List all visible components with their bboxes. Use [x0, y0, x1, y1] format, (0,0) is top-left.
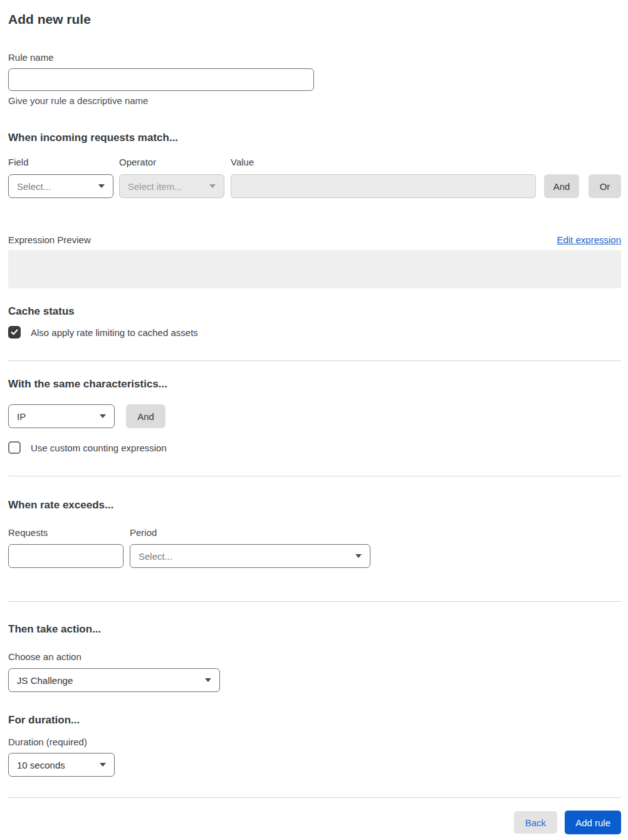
characteristics-heading: With the same characteristics... — [8, 378, 621, 391]
field-select-value: Select... — [17, 181, 51, 192]
chevron-down-icon — [209, 184, 216, 188]
cache-checkbox-row: Also apply rate limiting to cached asset… — [8, 326, 621, 339]
period-select[interactable]: Select... — [130, 544, 370, 568]
duration-select-value: 10 seconds — [17, 760, 65, 770]
custom-counting-checkbox[interactable] — [8, 441, 21, 454]
duration-label: Duration (required) — [8, 737, 621, 747]
match-condition-row: Field Select... Operator Select item... … — [8, 157, 621, 198]
characteristic-select-value: IP — [17, 411, 26, 422]
field-column: Field Select... — [8, 157, 113, 198]
action-heading: Then take action... — [8, 623, 621, 636]
counting-expression-row: Use custom counting expression — [8, 441, 621, 454]
field-label: Field — [8, 157, 113, 167]
page-title: Add new rule — [8, 12, 621, 27]
characteristics-and-button[interactable]: And — [126, 404, 165, 428]
chevron-down-icon — [355, 554, 362, 558]
rate-heading: When rate exceeds... — [8, 499, 621, 512]
match-section-heading: When incoming requests match... — [8, 132, 621, 144]
action-select-value: JS Challenge — [17, 675, 73, 686]
divider — [8, 601, 621, 602]
period-label: Period — [130, 528, 370, 538]
field-select[interactable]: Select... — [8, 174, 113, 198]
duration-select[interactable]: 10 seconds — [8, 753, 115, 777]
expression-preview-row: Expression Preview Edit expression — [8, 234, 621, 245]
choose-action-label: Choose an action — [8, 652, 621, 662]
duration-heading: For duration... — [8, 714, 621, 727]
rule-name-help: Give your rule a descriptive name — [8, 95, 621, 106]
rule-name-label: Rule name — [8, 53, 621, 63]
chevron-down-icon — [100, 414, 106, 418]
chevron-down-icon — [205, 678, 211, 682]
form-footer: Back Add rule — [8, 811, 621, 834]
add-rule-form: Add new rule Rule name Give your rule a … — [0, 12, 628, 840]
requests-column: Requests — [8, 528, 123, 568]
operator-column: Operator Select item... — [119, 157, 224, 198]
value-label: Value — [231, 157, 536, 167]
divider — [8, 476, 621, 476]
action-select[interactable]: JS Challenge — [8, 668, 220, 692]
period-select-value: Select... — [139, 551, 172, 562]
expression-preview-label: Expression Preview — [8, 235, 91, 245]
period-column: Period Select... — [130, 528, 370, 568]
chevron-down-icon — [98, 184, 105, 188]
characteristic-select[interactable]: IP — [8, 404, 115, 428]
chevron-down-icon — [100, 763, 106, 767]
and-button[interactable]: And — [544, 174, 579, 198]
requests-input[interactable] — [8, 544, 123, 568]
divider — [8, 797, 621, 798]
operator-label: Operator — [119, 157, 224, 167]
custom-counting-checkbox-label: Use custom counting expression — [31, 443, 167, 453]
check-icon — [11, 329, 18, 335]
back-button[interactable]: Back — [514, 811, 557, 834]
expression-preview-box — [8, 250, 621, 288]
operator-select-value: Select item... — [128, 181, 182, 192]
value-input — [231, 174, 536, 198]
cache-status-heading: Cache status — [8, 305, 621, 318]
requests-label: Requests — [8, 528, 123, 538]
rate-row: Requests Period Select... — [8, 528, 621, 568]
cached-assets-checkbox-label: Also apply rate limiting to cached asset… — [31, 327, 198, 338]
operator-select: Select item... — [119, 174, 224, 198]
characteristics-row: IP And — [8, 404, 621, 428]
rule-name-input[interactable] — [8, 68, 314, 91]
add-rule-button[interactable]: Add rule — [565, 811, 621, 834]
cached-assets-checkbox[interactable] — [8, 326, 21, 339]
edit-expression-link[interactable]: Edit expression — [557, 234, 621, 245]
divider — [8, 360, 621, 361]
value-column: Value — [231, 157, 536, 198]
or-button[interactable]: Or — [589, 174, 621, 198]
